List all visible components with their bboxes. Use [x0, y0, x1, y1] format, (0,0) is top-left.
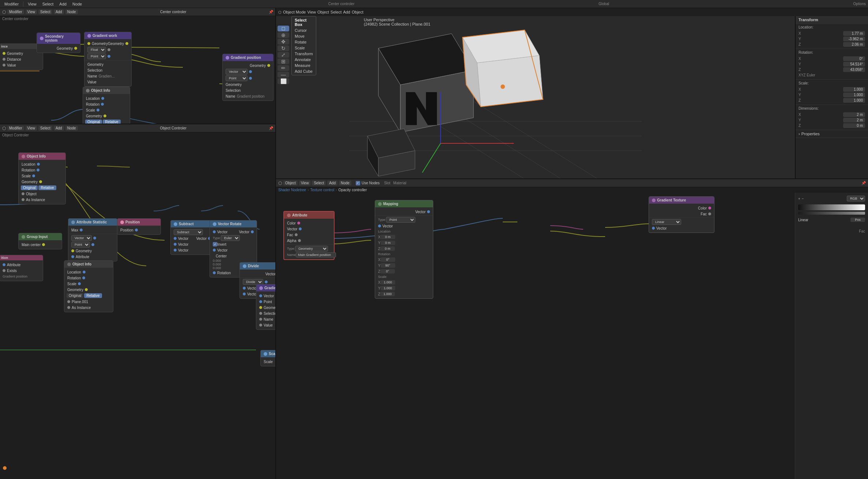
toggle-orig2[interactable]: Original [67, 293, 83, 298]
loc-z-val[interactable]: 2.06 m [843, 42, 865, 47]
loc-y-val[interactable]: -3.962 m [843, 37, 865, 41]
node-gradient-position-top[interactable]: Gradient position Geometry Vector Point … [222, 54, 273, 101]
collapse-as[interactable] [71, 220, 75, 224]
node-object-info-tl[interactable]: Object Info Location Rotation Scale Geom… [83, 87, 130, 124]
node-menu[interactable]: Node [70, 1, 84, 7]
select-btn-tl[interactable]: Select [38, 10, 52, 14]
object-btn-vp[interactable]: Object [317, 10, 329, 14]
tool-measure[interactable]: — [278, 72, 289, 78]
add-btn-bl[interactable]: Add [54, 126, 64, 131]
mapping-lz[interactable]: 0 m [380, 246, 395, 251]
node-gradient-texture[interactable]: Gradient Texture Color Fac Linear Vector [649, 196, 714, 233]
node-gradient-work[interactable]: Gradient work Geometry Geometry Float Po… [84, 32, 132, 87]
node-secondary-system[interactable]: Secondary system Geometry [37, 33, 80, 53]
collapse-vr[interactable] [213, 222, 216, 226]
node-mapping[interactable]: Mapping Vector Type: Point Vector Locati… [375, 200, 433, 299]
collapse-div[interactable] [243, 264, 246, 268]
collapse-btn-ss[interactable] [40, 37, 44, 40]
node-subtract[interactable]: Subtract Subtract Vector Vector Vector [170, 220, 214, 255]
node-canvas-br[interactable]: Attribute Color Vector Fac Alpha [276, 193, 868, 479]
sub-dropdown[interactable]: Subtract [174, 229, 203, 235]
toggle-relative[interactable]: Relative [103, 120, 120, 124]
tool-transform[interactable]: ⊞ [278, 59, 289, 64]
scale-y-val[interactable]: 1.000 [843, 93, 865, 97]
as-point-dropdown[interactable]: Point [71, 242, 90, 248]
rot-y-val[interactable]: 54.514° [843, 62, 865, 67]
collapse-gp[interactable] [226, 56, 229, 60]
rot-x-val[interactable]: 0° [843, 56, 865, 61]
collapse-oi2[interactable] [67, 263, 71, 266]
scale-z-val[interactable]: 1.000 [843, 98, 865, 103]
pin-icon-bl[interactable]: 📌 [269, 126, 273, 130]
toggle-rel-bl[interactable]: Relative [38, 185, 56, 190]
view-menu[interactable]: View [26, 1, 39, 7]
node-oi-bl[interactable]: Object Info Location Rotation Scale Geom… [18, 152, 66, 204]
node-gp2-partial[interactable]: Gradient posi Vector Point Geometry Sel [256, 284, 275, 330]
attr-type-dropdown[interactable]: Geometry [295, 246, 328, 252]
toggle-original[interactable]: Original [85, 120, 102, 124]
bc-shader[interactable]: Shader Nodetree [278, 188, 306, 192]
scale-x-val[interactable]: 1.000 [843, 87, 865, 92]
view-btn-vp[interactable]: View [307, 10, 316, 14]
node-position[interactable]: Position Position [117, 218, 161, 235]
node-canvas-bl[interactable]: Object Info Location Rotation Scale Geom… [0, 138, 275, 479]
node-attr-stat[interactable]: Attribute Statistic Max Vector Point [68, 218, 117, 261]
dim-z-val[interactable]: 0 m [843, 123, 865, 128]
tool-scale[interactable]: ⤢ [278, 52, 289, 58]
properties-expand[interactable]: › Properties [799, 132, 865, 136]
view-btn-tl[interactable]: View [26, 10, 37, 14]
loc-x-val[interactable]: 1.77 m [843, 31, 865, 36]
color-gradient-strip[interactable] [798, 204, 865, 210]
gt-type-dropdown[interactable]: Linear [652, 219, 681, 225]
rot-z-val[interactable]: 43.058° [843, 67, 865, 72]
add-btn-br[interactable]: Add [327, 181, 337, 185]
object-btn2-vp[interactable]: Object [352, 10, 363, 14]
pin-icon[interactable]: 📌 [269, 10, 273, 14]
as-vec-dropdown[interactable]: Vector [71, 235, 92, 241]
modifier-btn[interactable]: Modifier [7, 10, 24, 14]
dim-y-val[interactable]: 2 m [843, 118, 865, 122]
mapping-rx[interactable]: 0° [381, 257, 395, 262]
vr-invert-check[interactable]: ✓ [213, 242, 217, 246]
node-group-input[interactable]: Group Input Main center [18, 233, 62, 249]
mapping-rz[interactable]: 0° [380, 269, 395, 274]
node-btn-br[interactable]: Node [339, 181, 351, 185]
color-mode-dropdown[interactable]: RGB [847, 196, 865, 201]
object-btn-br[interactable]: Object [283, 181, 298, 185]
pin-icon-br[interactable]: 📌 [861, 181, 866, 185]
collapse-attr[interactable] [287, 214, 291, 217]
dim-x-val[interactable]: 2 m [843, 112, 865, 117]
collapse-sub[interactable] [174, 222, 177, 226]
attr-name-input[interactable] [296, 252, 336, 257]
gp-vec-dropdown[interactable]: Vector [226, 69, 248, 75]
select-menu[interactable]: Select [40, 1, 56, 7]
tool-select-box[interactable]: □ [278, 26, 289, 31]
bc-texture[interactable]: Texture control [310, 188, 335, 192]
collapse-gi[interactable] [22, 235, 25, 239]
mapping-sx[interactable]: 1.000 [381, 280, 395, 284]
node-btn-bl[interactable]: Node [65, 126, 78, 131]
node-canvas-tl[interactable]: ince Geometry Distance Value [0, 22, 275, 124]
collapse-gp2[interactable] [259, 286, 263, 290]
node-attribute[interactable]: Attribute Color Vector Fac Alpha [283, 211, 335, 260]
mapping-ry[interactable]: 90° [381, 263, 395, 268]
gp-point-dropdown[interactable]: Point [226, 75, 248, 81]
mapping-type-dropdown[interactable]: Point [386, 217, 415, 223]
tool-add-cube[interactable]: ⬜ [278, 78, 289, 84]
collapse-oi[interactable] [86, 89, 90, 93]
tool-move[interactable]: ✥ [278, 39, 289, 45]
mapping-lx[interactable]: 0 m [381, 235, 395, 239]
mapping-sz[interactable]: 1.000 [380, 292, 395, 296]
viewport-3d-scene[interactable] [349, 19, 868, 178]
node-oi2-bl[interactable]: Object Info Location Rotation Scale Geom… [64, 260, 113, 312]
pos-num[interactable]: Pos [850, 218, 865, 222]
collapse-mapping[interactable] [378, 202, 382, 206]
select-btn-br[interactable]: Select [312, 181, 326, 185]
select-btn-vp[interactable]: Select [331, 10, 342, 14]
vr-type-dropdown[interactable]: Euler [221, 235, 240, 241]
add-btn-vp[interactable]: Add [343, 10, 350, 14]
tool-cursor[interactable]: ⊕ [278, 32, 289, 38]
add-btn-tl[interactable]: Add [54, 10, 64, 14]
mapping-ly[interactable]: 0 m [381, 241, 395, 245]
modifier-btn-bl[interactable]: Modifier [7, 126, 24, 131]
